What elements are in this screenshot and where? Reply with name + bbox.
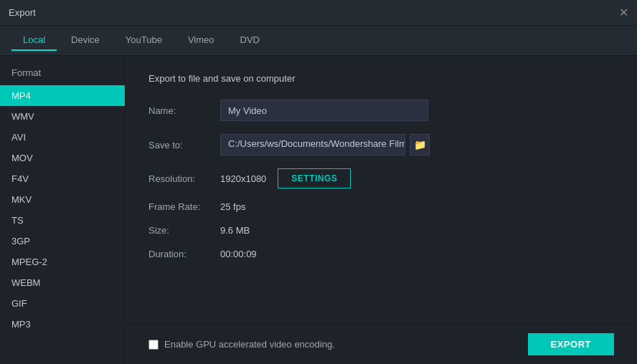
sidebar-item-gif[interactable]: GIF bbox=[0, 293, 125, 314]
name-input[interactable] bbox=[220, 100, 428, 121]
content-title: Export to file and save on computer bbox=[148, 73, 614, 84]
size-label: Size: bbox=[148, 225, 220, 236]
resolution-label: Resolution: bbox=[148, 173, 220, 184]
frame-rate-row: Frame Rate: 25 fps bbox=[148, 201, 614, 212]
sidebar-item-webm[interactable]: WEBM bbox=[0, 272, 125, 293]
save-to-controls: C:/Users/ws/Documents/Wondershare Filmo … bbox=[220, 134, 430, 155]
save-to-label: Save to: bbox=[148, 140, 220, 150]
tab-vimeo[interactable]: Vimeo bbox=[176, 30, 226, 51]
sidebar-item-avi[interactable]: AVI bbox=[0, 127, 125, 148]
size-value: 9.6 MB bbox=[220, 225, 250, 236]
frame-rate-value: 25 fps bbox=[220, 201, 245, 212]
content-area: Export to file and save on computer Name… bbox=[126, 56, 637, 364]
tab-bar: Local Device YouTube Vimeo DVD bbox=[0, 26, 637, 56]
gpu-checkbox[interactable] bbox=[148, 340, 159, 350]
sidebar-heading: Format bbox=[0, 67, 125, 85]
resolution-row: Resolution: 1920x1080 SETTINGS bbox=[148, 168, 614, 188]
name-row: Name: bbox=[148, 100, 614, 121]
folder-browse-button[interactable]: 📁 bbox=[410, 134, 430, 155]
sidebar-item-mov[interactable]: MOV bbox=[0, 148, 125, 168]
main-content: Format MP4 WMV AVI MOV F4V MKV TS 3GP MP… bbox=[0, 56, 637, 364]
sidebar-item-f4v[interactable]: F4V bbox=[0, 168, 125, 189]
window-title: Export bbox=[9, 7, 36, 18]
tab-device[interactable]: Device bbox=[60, 30, 111, 51]
duration-row: Duration: 00:00:09 bbox=[148, 249, 614, 259]
name-label: Name: bbox=[148, 105, 220, 116]
tab-local[interactable]: Local bbox=[11, 30, 57, 51]
resolution-controls: 1920x1080 SETTINGS bbox=[220, 168, 351, 188]
format-sidebar: Format MP4 WMV AVI MOV F4V MKV TS 3GP MP… bbox=[0, 56, 126, 364]
folder-icon: 📁 bbox=[414, 139, 426, 150]
sidebar-item-wmv[interactable]: WMV bbox=[0, 106, 125, 127]
title-bar: Export ✕ bbox=[0, 0, 637, 26]
duration-value: 00:00:09 bbox=[220, 249, 257, 259]
gpu-label: Enable GPU accelerated video encoding. bbox=[164, 339, 335, 350]
sidebar-item-3gp[interactable]: 3GP bbox=[0, 231, 125, 252]
sidebar-item-mp3[interactable]: MP3 bbox=[0, 314, 125, 335]
gpu-encoding-row: Enable GPU accelerated video encoding. bbox=[148, 339, 335, 350]
sidebar-item-mp4[interactable]: MP4 bbox=[0, 85, 125, 106]
size-row: Size: 9.6 MB bbox=[148, 225, 614, 236]
save-to-row: Save to: C:/Users/ws/Documents/Wondersha… bbox=[148, 134, 614, 155]
tab-dvd[interactable]: DVD bbox=[229, 30, 271, 51]
sidebar-item-ts[interactable]: TS bbox=[0, 210, 125, 231]
frame-rate-label: Frame Rate: bbox=[148, 201, 220, 212]
settings-button[interactable]: SETTINGS bbox=[278, 168, 351, 188]
close-button[interactable]: ✕ bbox=[619, 7, 628, 19]
save-path-display: C:/Users/ws/Documents/Wondershare Filmo bbox=[220, 134, 405, 155]
sidebar-item-mpeg2[interactable]: MPEG-2 bbox=[0, 252, 125, 272]
export-button[interactable]: EXPORT bbox=[528, 333, 614, 355]
sidebar-item-mkv[interactable]: MKV bbox=[0, 189, 125, 210]
resolution-value: 1920x1080 bbox=[220, 173, 266, 184]
duration-label: Duration: bbox=[148, 249, 220, 259]
tab-youtube[interactable]: YouTube bbox=[114, 30, 174, 51]
bottom-bar: Enable GPU accelerated video encoding. E… bbox=[126, 324, 637, 364]
